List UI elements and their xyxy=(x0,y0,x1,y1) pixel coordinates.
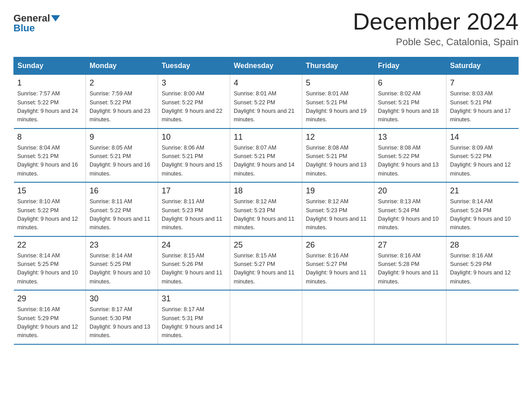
table-row: 5 Sunrise: 8:01 AMSunset: 5:21 PMDayligh… xyxy=(302,75,374,128)
day-number: 4 xyxy=(234,78,298,88)
col-monday: Monday xyxy=(86,57,158,75)
day-number: 15 xyxy=(17,186,82,196)
day-info: Sunrise: 8:14 AMSunset: 5:25 PMDaylight:… xyxy=(90,252,154,287)
day-number: 6 xyxy=(378,78,442,88)
day-info: Sunrise: 8:03 AMSunset: 5:21 PMDaylight:… xyxy=(450,90,515,124)
day-number: 28 xyxy=(450,240,515,250)
col-saturday: Saturday xyxy=(446,57,519,75)
logo-general: General xyxy=(13,13,50,23)
day-number: 9 xyxy=(90,133,154,142)
table-row: 28 Sunrise: 8:16 AMSunset: 5:29 PMDaylig… xyxy=(446,236,519,291)
day-number: 19 xyxy=(306,186,370,196)
table-row: 1 Sunrise: 7:57 AMSunset: 5:22 PMDayligh… xyxy=(14,75,86,128)
table-row: 10 Sunrise: 8:06 AMSunset: 5:21 PMDaylig… xyxy=(158,128,230,183)
calendar-week-row: 22 Sunrise: 8:14 AMSunset: 5:25 PMDaylig… xyxy=(14,236,519,291)
table-row: 21 Sunrise: 8:14 AMSunset: 5:24 PMDaylig… xyxy=(446,182,519,236)
table-row: 2 Sunrise: 7:59 AMSunset: 5:22 PMDayligh… xyxy=(86,75,158,128)
day-info: Sunrise: 8:16 AMSunset: 5:29 PMDaylight:… xyxy=(450,252,515,287)
table-row: 24 Sunrise: 8:15 AMSunset: 5:26 PMDaylig… xyxy=(158,236,230,291)
day-number: 1 xyxy=(17,78,82,88)
day-number: 24 xyxy=(162,240,226,250)
col-tuesday: Tuesday xyxy=(158,57,230,75)
table-row: 26 Sunrise: 8:16 AMSunset: 5:27 PMDaylig… xyxy=(302,236,374,291)
table-row: 22 Sunrise: 8:14 AMSunset: 5:25 PMDaylig… xyxy=(14,236,86,291)
table-row: 18 Sunrise: 8:12 AMSunset: 5:23 PMDaylig… xyxy=(230,182,302,236)
day-info: Sunrise: 8:05 AMSunset: 5:21 PMDaylight:… xyxy=(90,144,154,179)
day-info: Sunrise: 8:01 AMSunset: 5:21 PMDaylight:… xyxy=(306,90,370,124)
day-number: 8 xyxy=(17,133,82,142)
day-number: 18 xyxy=(234,186,298,196)
day-number: 12 xyxy=(306,133,370,142)
day-info: Sunrise: 8:16 AMSunset: 5:27 PMDaylight:… xyxy=(306,252,370,287)
table-row: 30 Sunrise: 8:17 AMSunset: 5:30 PMDaylig… xyxy=(86,290,158,344)
day-number: 16 xyxy=(90,186,154,196)
day-number: 17 xyxy=(162,186,226,196)
day-info: Sunrise: 8:16 AMSunset: 5:29 PMDaylight:… xyxy=(17,305,82,340)
day-number: 27 xyxy=(378,240,442,250)
day-number: 26 xyxy=(306,240,370,250)
day-info: Sunrise: 8:02 AMSunset: 5:21 PMDaylight:… xyxy=(378,90,442,124)
day-info: Sunrise: 8:01 AMSunset: 5:22 PMDaylight:… xyxy=(234,90,298,124)
calendar-week-row: 15 Sunrise: 8:10 AMSunset: 5:22 PMDaylig… xyxy=(14,182,519,236)
day-number: 2 xyxy=(90,78,154,88)
day-info: Sunrise: 8:06 AMSunset: 5:21 PMDaylight:… xyxy=(162,144,226,179)
table-row: 15 Sunrise: 8:10 AMSunset: 5:22 PMDaylig… xyxy=(14,182,86,236)
day-info: Sunrise: 8:12 AMSunset: 5:23 PMDaylight:… xyxy=(306,197,370,232)
day-number: 21 xyxy=(450,186,515,196)
table-row: 31 Sunrise: 8:17 AMSunset: 5:31 PMDaylig… xyxy=(158,290,230,344)
day-number: 3 xyxy=(162,78,226,88)
day-number: 11 xyxy=(234,133,298,142)
day-number: 30 xyxy=(90,294,154,304)
table-row: 7 Sunrise: 8:03 AMSunset: 5:21 PMDayligh… xyxy=(446,75,519,128)
day-number: 5 xyxy=(306,78,370,88)
table-row xyxy=(302,290,374,344)
table-row: 23 Sunrise: 8:14 AMSunset: 5:25 PMDaylig… xyxy=(86,236,158,291)
day-info: Sunrise: 8:16 AMSunset: 5:28 PMDaylight:… xyxy=(378,252,442,287)
day-number: 7 xyxy=(450,78,515,88)
day-info: Sunrise: 8:07 AMSunset: 5:21 PMDaylight:… xyxy=(234,144,298,179)
day-info: Sunrise: 8:08 AMSunset: 5:22 PMDaylight:… xyxy=(378,144,442,179)
day-info: Sunrise: 8:15 AMSunset: 5:27 PMDaylight:… xyxy=(234,252,298,287)
day-info: Sunrise: 8:00 AMSunset: 5:22 PMDaylight:… xyxy=(162,90,226,124)
day-number: 10 xyxy=(162,133,226,142)
table-row xyxy=(374,290,446,344)
day-info: Sunrise: 8:17 AMSunset: 5:31 PMDaylight:… xyxy=(162,305,226,340)
table-row: 14 Sunrise: 8:09 AMSunset: 5:22 PMDaylig… xyxy=(446,128,519,183)
calendar-header-row: Sunday Monday Tuesday Wednesday Thursday… xyxy=(14,57,519,75)
day-info: Sunrise: 8:12 AMSunset: 5:23 PMDaylight:… xyxy=(234,197,298,232)
month-title: December 2024 xyxy=(353,9,519,34)
logo-blue: Blue xyxy=(13,22,35,34)
col-thursday: Thursday xyxy=(302,57,374,75)
day-number: 23 xyxy=(90,240,154,250)
day-info: Sunrise: 8:14 AMSunset: 5:24 PMDaylight:… xyxy=(450,197,515,232)
logo: General Blue xyxy=(13,13,60,34)
table-row: 4 Sunrise: 8:01 AMSunset: 5:22 PMDayligh… xyxy=(230,75,302,128)
calendar-table: Sunday Monday Tuesday Wednesday Thursday… xyxy=(13,57,519,345)
col-wednesday: Wednesday xyxy=(230,57,302,75)
logo-triangle-icon xyxy=(51,15,60,21)
day-info: Sunrise: 7:59 AMSunset: 5:22 PMDaylight:… xyxy=(90,90,154,124)
table-row: 16 Sunrise: 8:11 AMSunset: 5:22 PMDaylig… xyxy=(86,182,158,236)
calendar-week-row: 1 Sunrise: 7:57 AMSunset: 5:22 PMDayligh… xyxy=(14,75,519,128)
location-title: Poble Sec, Catalonia, Spain xyxy=(353,36,519,48)
table-row: 9 Sunrise: 8:05 AMSunset: 5:21 PMDayligh… xyxy=(86,128,158,183)
title-area: December 2024 Poble Sec, Catalonia, Spai… xyxy=(353,9,519,48)
day-number: 29 xyxy=(17,294,82,304)
table-row xyxy=(230,290,302,344)
col-sunday: Sunday xyxy=(14,57,86,75)
table-row: 27 Sunrise: 8:16 AMSunset: 5:28 PMDaylig… xyxy=(374,236,446,291)
table-row: 13 Sunrise: 8:08 AMSunset: 5:22 PMDaylig… xyxy=(374,128,446,183)
day-info: Sunrise: 8:13 AMSunset: 5:24 PMDaylight:… xyxy=(378,197,442,232)
table-row: 12 Sunrise: 8:08 AMSunset: 5:21 PMDaylig… xyxy=(302,128,374,183)
calendar-week-row: 29 Sunrise: 8:16 AMSunset: 5:29 PMDaylig… xyxy=(14,290,519,344)
table-row: 6 Sunrise: 8:02 AMSunset: 5:21 PMDayligh… xyxy=(374,75,446,128)
day-info: Sunrise: 8:04 AMSunset: 5:21 PMDaylight:… xyxy=(17,144,82,179)
table-row: 3 Sunrise: 8:00 AMSunset: 5:22 PMDayligh… xyxy=(158,75,230,128)
day-number: 25 xyxy=(234,240,298,250)
day-info: Sunrise: 8:11 AMSunset: 5:22 PMDaylight:… xyxy=(90,197,154,232)
table-row xyxy=(446,290,519,344)
day-info: Sunrise: 8:15 AMSunset: 5:26 PMDaylight:… xyxy=(162,252,226,287)
day-info: Sunrise: 8:11 AMSunset: 5:23 PMDaylight:… xyxy=(162,197,226,232)
col-friday: Friday xyxy=(374,57,446,75)
table-row: 19 Sunrise: 8:12 AMSunset: 5:23 PMDaylig… xyxy=(302,182,374,236)
